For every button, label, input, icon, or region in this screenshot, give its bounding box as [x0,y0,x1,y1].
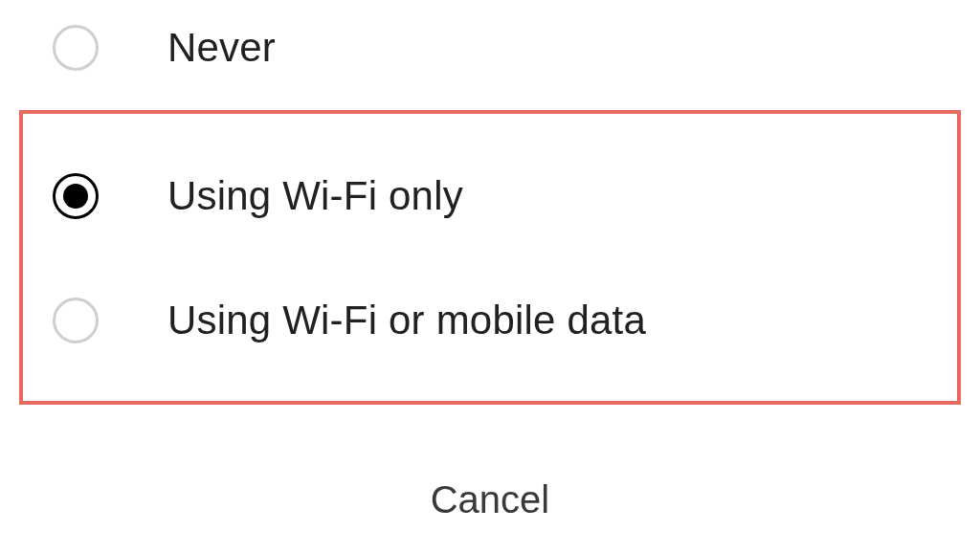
radio-label: Using Wi-Fi only [167,173,463,219]
radio-option-never[interactable]: Never [0,0,980,96]
radio-icon [53,298,99,343]
radio-option-wifi-only[interactable]: Using Wi-Fi only [0,134,980,258]
radio-label: Using Wi-Fi or mobile data [167,298,646,343]
radio-label: Never [167,25,276,71]
radio-option-list: Never Using Wi-Fi only Using Wi-Fi or mo… [0,0,980,383]
dialog-actions: Cancel [0,478,980,521]
radio-option-wifi-or-mobile[interactable]: Using Wi-Fi or mobile data [0,258,980,383]
radio-icon [53,25,99,71]
cancel-button[interactable]: Cancel [431,478,550,521]
radio-icon-selected [53,173,99,219]
